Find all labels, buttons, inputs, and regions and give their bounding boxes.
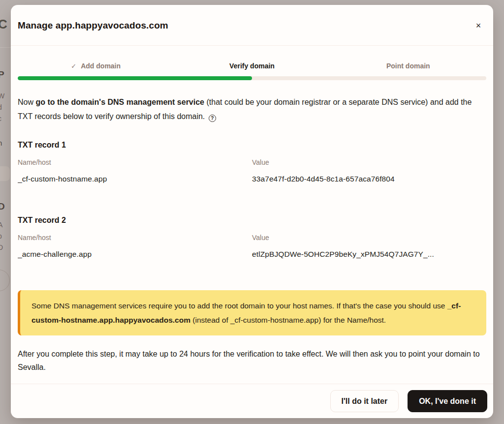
txt-record-1: TXT record 1 Name/host Value _cf-custom-… <box>18 141 486 183</box>
record-name-value: _cf-custom-hostname.app <box>18 175 252 183</box>
intro-paragraph: Now go to the domain's DNS management se… <box>18 95 486 123</box>
backdrop-text-fragment: D <box>0 244 3 251</box>
help-icon[interactable]: ? <box>209 115 216 122</box>
modal-body: ✓ Add domain Verify domain Point domain … <box>11 46 493 384</box>
value-label: Value <box>252 234 486 242</box>
step-point-domain: Point domain <box>330 62 486 70</box>
outro-paragraph: After you complete this step, it may tak… <box>18 347 486 374</box>
intro-bold-text: go to the domain's DNS management servic… <box>35 98 204 106</box>
record-value-value: etlZpBJQDWe-5OHC2P9beKy_xPMJ54Q7JAG7Y_..… <box>252 250 486 259</box>
value-label: Value <box>252 158 486 166</box>
backdrop-text-fragment: h <box>0 139 2 147</box>
step-verify-domain: Verify domain <box>174 62 330 70</box>
record-grid: Name/host Value _acme-challenge.app etlZ… <box>18 225 486 259</box>
modal-header: Manage app.happyavocados.com × <box>11 5 493 46</box>
step-label: Verify domain <box>229 62 275 70</box>
backdrop-text-fragment: W <box>0 92 4 99</box>
modal-footer: I'll do it later OK, I've done it <box>11 384 493 418</box>
note-text: Some DNS management services require you… <box>32 302 447 310</box>
name-host-label: Name/host <box>18 158 252 166</box>
backdrop-text-fragment: P <box>0 70 4 79</box>
backdrop-text-fragment: A <box>0 221 3 228</box>
note-text: (instead of _cf-custom-hostname.app) for… <box>190 316 386 324</box>
backdrop-text-fragment: D <box>0 202 5 211</box>
record-grid: Name/host Value _cf-custom-hostname.app … <box>18 150 486 183</box>
backdrop-text-fragment: C <box>0 18 7 30</box>
record-name-value: _acme-challenge.app <box>18 250 252 259</box>
record-value-value: 33a7e47f-d2b0-4d45-8c1a-657aca76f804 <box>252 175 486 183</box>
stepper: ✓ Add domain Verify domain Point domain <box>18 62 486 70</box>
backdrop-button-fragment <box>0 270 10 291</box>
record-title: TXT record 2 <box>18 216 486 225</box>
dns-root-domain-note: Some DNS management services require you… <box>18 290 486 335</box>
step-label: Point domain <box>386 62 430 70</box>
progress-bar <box>18 76 486 80</box>
intro-text: Now <box>18 98 35 106</box>
check-icon: ✓ <box>71 62 76 70</box>
ill-do-it-later-button[interactable]: I'll do it later <box>330 390 399 412</box>
modal-title: Manage app.happyavocados.com <box>18 20 168 31</box>
step-add-domain: ✓ Add domain <box>18 62 174 70</box>
name-host-label: Name/host <box>18 234 252 242</box>
ok-ive-done-it-button[interactable]: OK, I've done it <box>408 390 487 412</box>
step-label: Add domain <box>81 62 121 70</box>
record-title: TXT record 1 <box>18 141 486 150</box>
close-icon[interactable]: × <box>472 19 485 32</box>
backdrop-input-fragment <box>0 166 10 181</box>
backdrop-text-fragment: d <box>0 104 2 111</box>
txt-record-2: TXT record 2 Name/host Value _acme-chall… <box>18 216 486 259</box>
backdrop-text-fragment: b <box>0 233 2 240</box>
progress-bar-fill <box>18 76 252 80</box>
manage-domain-modal: Manage app.happyavocados.com × ✓ Add dom… <box>11 5 493 418</box>
backdrop-text-fragment: c <box>0 115 1 122</box>
backdrop-divider <box>0 47 11 48</box>
